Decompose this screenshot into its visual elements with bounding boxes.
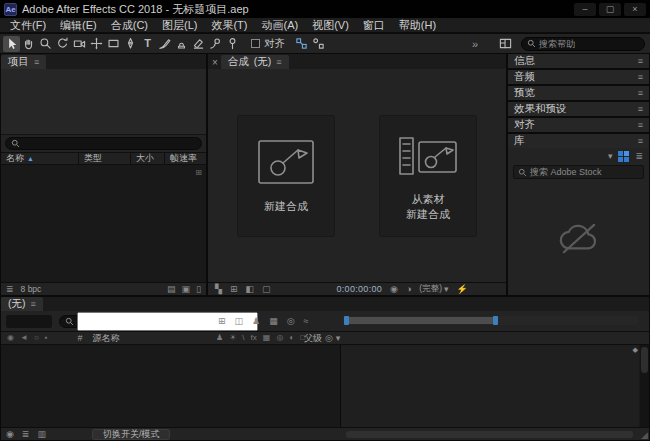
quality-icon[interactable]: \: [242, 334, 244, 342]
layer-number-column[interactable]: #: [78, 333, 83, 343]
frame-blend-switch-icon[interactable]: ▦: [263, 334, 271, 342]
frame-blending-icon[interactable]: ▦: [269, 317, 278, 326]
navigator-end-handle[interactable]: [493, 316, 498, 325]
audio-panel-tab[interactable]: 音频 ≡: [508, 70, 649, 84]
mask-visibility-icon[interactable]: ◧: [245, 285, 254, 294]
info-panel-tab[interactable]: 信息 ≡: [508, 54, 649, 68]
resize-grip-icon[interactable]: ◢: [641, 430, 648, 440]
library-dropdown-chevron-icon[interactable]: ▾: [608, 152, 613, 161]
toggle-switches-modes-button[interactable]: 切换开关/模式: [92, 429, 171, 440]
project-bit-depth[interactable]: 8 bpc: [21, 284, 42, 294]
video-visibility-icon[interactable]: ◉: [7, 334, 14, 342]
close-button[interactable]: ×: [624, 3, 646, 16]
menu-composition[interactable]: 合成(C): [104, 18, 155, 33]
effects-icon[interactable]: fx: [251, 334, 257, 342]
source-name-column[interactable]: 源名称: [93, 332, 120, 345]
draft-3d-icon[interactable]: ◫: [235, 317, 244, 326]
toolbar-overflow-button[interactable]: »: [472, 38, 478, 50]
grid-options-icon[interactable]: ⊞: [230, 285, 238, 294]
panel-menu-icon[interactable]: ≡: [638, 137, 643, 146]
panel-menu-icon[interactable]: ≡: [638, 57, 643, 66]
resolution-dropdown[interactable]: (完整) ▾: [419, 283, 448, 295]
panel-menu-icon[interactable]: ≡: [638, 121, 643, 130]
pick-whip-icon[interactable]: ◎: [325, 334, 333, 343]
text-tool-button[interactable]: T: [139, 36, 156, 52]
menu-edit[interactable]: 编辑(E): [53, 18, 104, 33]
timeline-tab[interactable]: (无) ≡: [1, 297, 43, 311]
parent-column[interactable]: 父级 ◎ ▾: [304, 332, 340, 345]
lock-icon[interactable]: ▪: [45, 334, 48, 342]
composition-timecode[interactable]: 0:00:00:00: [337, 284, 383, 294]
help-search-box[interactable]: [521, 37, 645, 51]
motion-blur-icon[interactable]: ◎: [287, 317, 295, 326]
audio-mute-icon[interactable]: ◄: [20, 334, 28, 342]
selection-tool-button[interactable]: [3, 36, 20, 52]
expand-in-out-panes-icon[interactable]: ▥: [37, 430, 46, 439]
panel-menu-icon[interactable]: ≡: [34, 58, 39, 67]
timeline-navigator-bar[interactable]: [341, 316, 639, 325]
creative-cloud-icon[interactable]: [618, 151, 629, 162]
project-search-input[interactable]: [23, 139, 196, 149]
snapshot-icon[interactable]: ◉: [390, 285, 398, 294]
list-view-icon[interactable]: ≣: [635, 152, 643, 161]
composition-tab[interactable]: 合成 (无) ≡: [221, 55, 289, 69]
new-composition-from-footage-tile[interactable]: 从素材 新建合成: [379, 115, 477, 237]
motion-blur-switch-icon[interactable]: ◎: [276, 334, 283, 342]
menu-view[interactable]: 视图(V): [305, 18, 356, 33]
menu-file[interactable]: 文件(F): [3, 18, 53, 33]
panel-menu-icon[interactable]: ≡: [31, 300, 36, 309]
delete-icon[interactable]: ▯: [196, 285, 201, 294]
column-framerate[interactable]: 帧速率: [165, 153, 206, 164]
collapse-transform-icon[interactable]: ☀: [229, 334, 236, 342]
puppet-pin-tool-button[interactable]: [224, 36, 241, 52]
roto-brush-tool-button[interactable]: [207, 36, 224, 52]
timeline-timecode-field[interactable]: [6, 315, 52, 328]
rotation-tool-button[interactable]: [54, 36, 71, 52]
timeline-track-area[interactable]: ◆: [340, 345, 639, 427]
navigator-thumb[interactable]: [346, 317, 496, 324]
hide-shy-layers-icon[interactable]: ♟: [252, 317, 260, 326]
comp-marker-bin-icon[interactable]: ◆: [633, 346, 638, 354]
help-search-input[interactable]: [539, 39, 639, 49]
adobe-stock-search-box[interactable]: [513, 165, 644, 179]
timeline-search-box[interactable]: [59, 315, 141, 328]
panel-grip-icon[interactable]: ×: [212, 57, 218, 68]
maximize-button[interactable]: ▢: [599, 3, 621, 16]
adobe-stock-search-input[interactable]: [530, 167, 639, 177]
menu-effect[interactable]: 效果(T): [204, 18, 254, 33]
menu-window[interactable]: 窗口: [356, 18, 392, 33]
transparency-grid-icon[interactable]: ▚: [215, 285, 222, 294]
project-search-box[interactable]: [5, 137, 202, 150]
expand-layer-switches-icon[interactable]: ◉: [6, 430, 14, 439]
camera-tool-button[interactable]: [71, 36, 88, 52]
pan-behind-tool-button[interactable]: [88, 36, 105, 52]
snap-option-2-button[interactable]: [310, 36, 327, 52]
effects-presets-panel-tab[interactable]: 效果和预设 ≡: [508, 102, 649, 116]
column-type[interactable]: 类型: [79, 153, 131, 164]
panel-menu-icon[interactable]: ≡: [276, 58, 281, 67]
brush-tool-button[interactable]: [156, 36, 173, 52]
solo-icon[interactable]: ○: [34, 334, 39, 342]
project-flowchart-icon[interactable]: ⊞: [195, 168, 202, 177]
align-panel-tab[interactable]: 对齐 ≡: [508, 118, 649, 132]
menu-layer[interactable]: 图层(L): [155, 18, 204, 33]
composition-flowchart-icon[interactable]: ⊞: [218, 317, 226, 326]
panel-menu-icon[interactable]: ≡: [638, 73, 643, 82]
region-of-interest-icon[interactable]: ▢: [262, 285, 271, 294]
panel-menu-icon[interactable]: ≡: [638, 89, 643, 98]
column-name[interactable]: 名称 ▲: [1, 153, 79, 164]
snap-option-1-button[interactable]: [293, 36, 310, 52]
column-size[interactable]: 大小: [131, 153, 165, 164]
new-composition-tile[interactable]: 新建合成: [237, 115, 335, 237]
menu-help[interactable]: 帮助(H): [392, 18, 443, 33]
graph-editor-icon[interactable]: ≈: [304, 317, 309, 326]
zoom-tool-button[interactable]: [37, 36, 54, 52]
clone-stamp-tool-button[interactable]: [173, 36, 190, 52]
panel-menu-icon[interactable]: ≡: [638, 105, 643, 114]
preview-panel-tab[interactable]: 预览 ≡: [508, 86, 649, 100]
interpret-footage-icon[interactable]: ≣: [6, 285, 14, 294]
project-tab[interactable]: 项目 ≡: [1, 55, 46, 69]
vertical-scrollbar-thumb[interactable]: [641, 347, 648, 373]
new-composition-icon[interactable]: ▣: [182, 285, 191, 294]
workspace-button[interactable]: [497, 36, 514, 52]
